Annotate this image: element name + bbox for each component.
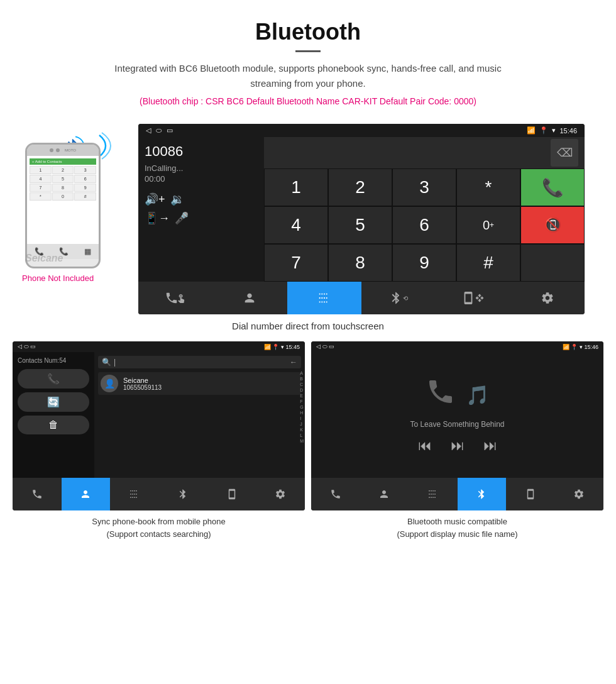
contacts-status-right: 📶 📍 ▾ 15:45 [264,344,300,350]
key-6[interactable]: 6 [392,206,456,244]
location-icon: 📍 [539,126,548,135]
call-contact-btn[interactable]: 📞 [18,369,89,389]
contacts-status-left: ◁ ⬭ ▭ [18,343,36,350]
nav-phone[interactable] [138,282,212,314]
music-caption-line1: Bluetooth music compatible [407,517,507,526]
dial-timer: 00:00 [145,174,258,184]
car-screen-contacts: ◁ ⬭ ▭ 📶 📍 ▾ 15:45 Contacts Num:54 📞 🔄 🗑 … [13,341,305,510]
search-cursor: | [114,358,116,367]
nav-bluetooth[interactable]: ⟲ [361,282,436,314]
car-screen-dial: ◁ ⬭ ▭ 📶 📍 ▾ 15:46 10086 InCalling... 00:… [138,124,585,314]
dial-body: 10086 InCalling... 00:00 🔊+ 🔉 📱→ 🎤 ⌫ [138,137,585,282]
prev-track-icon[interactable]: ⏮ [418,438,432,454]
contacts-body: Contacts Num:54 📞 🔄 🗑 🔍 | ← [13,352,305,478]
nav-transfer[interactable] [436,282,510,314]
car-status-bar: ◁ ⬭ ▭ 📶 📍 ▾ 15:46 [138,124,585,137]
music-nav-contacts[interactable] [360,478,409,510]
vol-down-icon[interactable]: 🔉 [170,192,184,206]
phone-mockup-container: ⃝ MOTO + Add to Contacts 123 456 [13,124,138,283]
music-nav-keypad[interactable] [409,478,458,510]
contacts-caption-line2: (Support contacts searching) [106,529,211,539]
key-4[interactable]: 4 [264,206,328,244]
contacts-nav-keypad[interactable] [110,478,159,510]
alpha-list: ABCDEFGHIJKLM [300,371,304,443]
wifi-icon: ▾ [552,126,556,135]
recents-icon: ▭ [167,126,173,135]
delete-btn[interactable]: 🗑 [18,416,89,434]
title-underline [295,50,321,52]
key-empty [520,244,585,282]
music-body: 🎵 To Leave Something Behind ⏮ ⏭ ⏭ [311,352,603,478]
next-section-icon[interactable]: ⏭ [451,438,465,454]
music-status-left: ◁ ⬭ ▭ [316,343,334,350]
bottom-nav: ⟲ [138,282,585,314]
numpad-grid: 1 2 3 * 📞 4 5 6 0+ 📵 7 8 9 [264,168,585,282]
music-icon-area: 🎵 [426,377,489,414]
key-3[interactable]: 3 [392,168,456,206]
next-track-icon[interactable]: ⏭ [483,438,497,454]
dial-left: 10086 InCalling... 00:00 🔊+ 🔉 📱→ 🎤 [138,137,264,282]
contacts-nav-contacts[interactable] [62,478,111,510]
key-7[interactable]: 7 [264,244,328,282]
key-1[interactable]: 1 [264,168,328,206]
contacts-nav-bluetooth[interactable] [159,478,208,510]
contact-number: 10655059113 [123,384,162,391]
dial-right: ⌫ 1 2 3 * 📞 4 5 6 0+ 📵 [264,137,585,282]
music-nav-bluetooth[interactable] [458,478,507,510]
backspace-search-icon[interactable]: ← [290,358,297,367]
key-5[interactable]: 5 [328,206,392,244]
dial-controls-extra: 📱→ 🎤 [145,211,258,225]
contacts-nav-transfer[interactable] [207,478,256,510]
phone-keypad: 123 456 789 *0# [30,166,96,201]
search-icon: 🔍 [102,358,111,367]
contact-item[interactable]: 👤 Seicane 10655059113 [98,372,301,395]
key-star[interactable]: * [456,168,520,206]
music-time: 15:46 [584,344,598,350]
contact-avatar: 👤 [101,375,118,392]
key-9[interactable]: 9 [392,244,456,282]
vol-up-icon[interactable]: 🔊+ [145,192,165,206]
phone-top-bar: MOTO [27,145,99,156]
bottom-screenshots: ◁ ⬭ ▭ 📶 📍 ▾ 15:45 Contacts Num:54 📞 🔄 🗑 … [0,341,616,543]
contacts-nav-settings[interactable] [256,478,305,510]
music-caption: Bluetooth music compatible (Support disp… [311,510,603,543]
nav-keypad[interactable] [287,282,361,314]
nav-settings[interactable] [510,282,585,314]
contacts-left-panel: Contacts Num:54 📞 🔄 🗑 [13,352,94,478]
signal-icon: 📶 [527,126,536,135]
sync-btn[interactable]: 🔄 [18,392,89,412]
music-nav-transfer[interactable] [506,478,555,510]
key-call[interactable]: 📞 [520,168,585,206]
nav-contacts[interactable] [212,282,287,314]
seicane-watermark: Seicane [25,253,63,264]
music-screen-wrap: ◁ ⬭ ▭ 📶 📍 ▾ 15:46 🎵 To Leave Something B… [311,341,603,543]
music-status-right: 📶 📍 ▾ 15:46 [563,344,598,350]
page-description: Integrated with BC6 Bluetooth module, su… [94,61,522,91]
key-8[interactable]: 8 [328,244,392,282]
key-end-call[interactable]: 📵 [520,206,585,244]
music-nav-settings[interactable] [555,478,604,510]
bluetooth-info: (Bluetooth chip : CSR BC6 Default Blueto… [13,96,603,106]
numpad-display: ⌫ [264,137,585,168]
status-left: ◁ ⬭ ▭ [146,126,173,135]
music-note-icon: 🎵 [466,384,489,406]
key-2[interactable]: 2 [328,168,392,206]
contacts-status-bar: ◁ ⬭ ▭ 📶 📍 ▾ 15:45 [13,341,305,352]
phone-screen: + Add to Contacts 123 456 789 *0# [27,156,99,244]
phone-not-included-label: Phone Not Included [22,273,138,283]
music-phone-icon [426,377,456,414]
car-screen-music: ◁ ⬭ ▭ 📶 📍 ▾ 15:46 🎵 To Leave Something B… [311,341,603,510]
backspace-button[interactable]: ⌫ [551,139,578,167]
music-nav-phone[interactable] [311,478,360,510]
dial-status: InCalling... [145,163,258,173]
key-hash[interactable]: # [456,244,520,282]
dial-controls-volume: 🔊+ 🔉 [145,192,258,206]
contacts-search-bar[interactable]: 🔍 | ← [98,356,301,368]
transfer-icon[interactable]: 📱→ [145,211,170,225]
mic-icon[interactable]: 🎤 [175,211,189,225]
phone-mockup: MOTO + Add to Contacts 123 456 789 *0# 📞… [25,143,101,268]
key-0plus[interactable]: 0+ [456,206,520,244]
contacts-caption: Sync phone-book from mobile phone (Suppo… [13,510,305,543]
music-status-bar: ◁ ⬭ ▭ 📶 📍 ▾ 15:46 [311,341,603,352]
contacts-nav-phone[interactable] [13,478,62,510]
